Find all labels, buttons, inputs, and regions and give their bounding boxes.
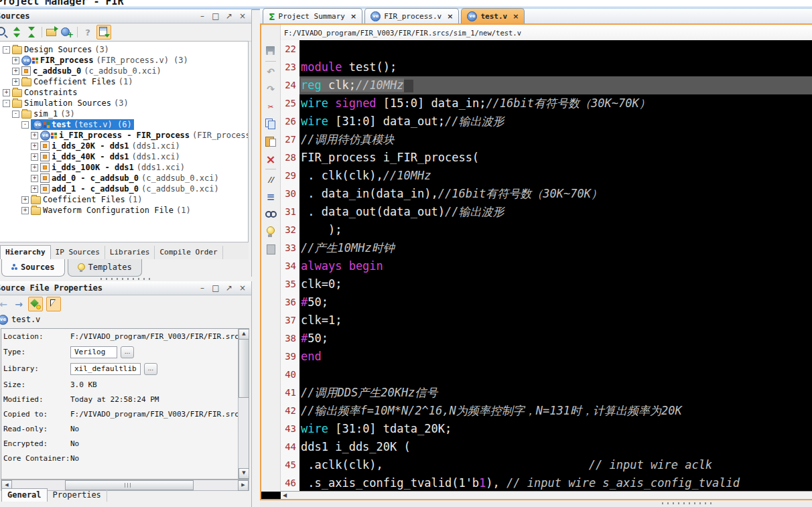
float-icon[interactable]: ↗ bbox=[224, 11, 234, 21]
tree-item[interactable]: +i_dds_40K - dds1(dds1.xci) bbox=[0, 151, 248, 162]
editor-tab-fir-process-v[interactable]: veFIR_process.v× bbox=[364, 8, 459, 24]
align-icon[interactable] bbox=[264, 190, 277, 204]
tree-item[interactable]: +c_addsub_0(c_addsub_0.xci) bbox=[0, 66, 248, 76]
expand-plus-icon[interactable]: + bbox=[31, 153, 38, 161]
forward-arrow-icon[interactable] bbox=[13, 298, 25, 310]
open-folder-icon[interactable] bbox=[46, 26, 58, 38]
close-icon[interactable]: × bbox=[350, 12, 356, 21]
expand-plus-icon[interactable]: + bbox=[31, 164, 38, 171]
help-icon[interactable] bbox=[82, 26, 94, 38]
collapse-minus-icon[interactable]: - bbox=[3, 46, 10, 54]
undo-icon[interactable] bbox=[264, 65, 277, 78]
sources-tree[interactable]: -Design Sources(3)+veFIR_process(FIR_pro… bbox=[0, 41, 249, 242]
code-line[interactable]: clk=0; bbox=[299, 275, 812, 293]
tree-item[interactable]: +i_dds_100K - dds1(dds1.xci) bbox=[0, 162, 248, 173]
code-line[interactable]: . clk(clk),//10MHz bbox=[299, 167, 812, 185]
maximize-icon[interactable]: □ bbox=[211, 283, 220, 293]
code-line[interactable]: //输出频率f=10M*N/2^16,N为频率控制字，N=131时，计算出频率为… bbox=[299, 402, 812, 420]
property-value-input[interactable]: xil_defaultlib bbox=[70, 363, 141, 375]
expand-plus-icon[interactable]: + bbox=[31, 186, 38, 193]
code-line[interactable]: //调用待仿真模块 bbox=[299, 131, 812, 149]
view-tab-hierarchy[interactable]: Hierarchy bbox=[0, 245, 51, 259]
tab-properties[interactable]: Properties bbox=[48, 489, 107, 502]
code-line[interactable] bbox=[299, 40, 812, 58]
expand-plus-icon[interactable]: + bbox=[31, 132, 38, 139]
selected-tool-highlight[interactable] bbox=[96, 25, 111, 40]
code-line[interactable]: .aclk(clk), // input wire aclk bbox=[299, 456, 812, 474]
code-line[interactable]: module test(); bbox=[299, 58, 812, 76]
minimize-icon[interactable]: – bbox=[198, 11, 207, 21]
close-icon[interactable]: × bbox=[238, 11, 247, 21]
code-line[interactable]: . data_in(data_in),//16bit有符号数（30K~70K） bbox=[299, 185, 812, 203]
expand-plus-icon[interactable]: + bbox=[21, 196, 29, 204]
code-area[interactable]: module test();reg clk;//10MHzwire signed… bbox=[299, 40, 812, 492]
code-line[interactable]: wire [31:0] tdata_20K; bbox=[299, 420, 812, 438]
expand-plus-icon[interactable]: + bbox=[21, 207, 29, 214]
sources-panel-header[interactable]: Sources –□↗× bbox=[0, 9, 251, 23]
close-icon[interactable]: × bbox=[238, 283, 247, 293]
expand-plus-icon[interactable]: + bbox=[12, 78, 19, 86]
code-line[interactable]: //产生10MHz时钟 bbox=[299, 239, 812, 257]
tree-item[interactable]: +add_0 - c_addsub_0(c_addsub_0.xci) bbox=[0, 173, 248, 184]
tree-item[interactable]: -sim_1(3) bbox=[0, 108, 248, 119]
save-icon[interactable] bbox=[264, 44, 277, 58]
tree-item[interactable]: +Coefficient Files(1) bbox=[0, 194, 248, 205]
select-cursor-icon[interactable] bbox=[48, 298, 60, 310]
code-line[interactable]: #50; bbox=[299, 293, 812, 311]
scroll-down-icon[interactable]: ▼ bbox=[239, 468, 249, 479]
code-line[interactable]: dds1 i_dds_20K ( bbox=[299, 438, 812, 456]
collapse-minus-icon[interactable]: - bbox=[12, 111, 19, 118]
editor-tab-test-v[interactable]: vetest.v× bbox=[461, 8, 525, 24]
tree-item[interactable]: +i_dds_20K - dds1(dds1.xci) bbox=[0, 141, 248, 151]
close-icon[interactable]: × bbox=[447, 12, 453, 21]
tree-item[interactable]: +vei_FIR_process - FIR_process(FIR_proce… bbox=[0, 130, 248, 141]
code-line[interactable]: always begin bbox=[299, 257, 812, 275]
scroll-right-icon[interactable]: ▶ bbox=[238, 480, 249, 491]
code-line[interactable]: wire signed [15:0] data_in;//16bit有符号数（3… bbox=[299, 94, 812, 113]
minimize-icon[interactable]: – bbox=[198, 283, 207, 293]
delete-icon[interactable] bbox=[264, 152, 277, 165]
code-line[interactable]: wire [31:0] data_out;//输出波形 bbox=[299, 113, 812, 131]
panel-splitter-handle[interactable] bbox=[100, 278, 150, 280]
readonly-icon[interactable] bbox=[264, 242, 277, 256]
scroll-left-icon[interactable]: ◀ bbox=[283, 492, 287, 498]
close-icon[interactable]: × bbox=[513, 12, 519, 21]
selected-tool-highlight[interactable] bbox=[46, 297, 61, 311]
ellipsis-button[interactable]: ... bbox=[121, 346, 134, 358]
code-line[interactable]: . data_out(data_out)//输出波形 bbox=[299, 203, 812, 221]
code-line[interactable]: FIR_process i_FIR_process( bbox=[299, 149, 812, 167]
tree-item[interactable]: +veFIR_process(FIR_process.v) (3) bbox=[0, 55, 248, 66]
collapse-minus-icon[interactable]: - bbox=[21, 121, 29, 129]
view-tab-ip-sources[interactable]: IP Sources bbox=[51, 246, 105, 259]
view-tab-compile-order[interactable]: Compile Order bbox=[155, 246, 222, 259]
tree-item[interactable]: +Waveform Configuration File(1) bbox=[0, 205, 248, 216]
selected-tool-highlight[interactable] bbox=[28, 297, 43, 311]
code-line[interactable]: ); bbox=[299, 221, 812, 239]
tab-templates[interactable]: Templates bbox=[68, 259, 142, 277]
code-line[interactable]: reg clk;//10MHz bbox=[299, 76, 812, 94]
editor-splitter-handle[interactable] bbox=[662, 502, 712, 504]
tab-general[interactable]: General bbox=[1, 488, 48, 502]
code-line[interactable]: #50; bbox=[299, 330, 812, 348]
properties-vertical-scrollbar[interactable]: ▲ ▼ bbox=[238, 329, 249, 479]
code-line[interactable]: //调用DDS产生20KHz信号 bbox=[299, 384, 812, 402]
properties-panel-header[interactable]: Source File Properties –□↗× bbox=[0, 281, 251, 295]
maximize-icon[interactable]: □ bbox=[211, 11, 220, 21]
back-arrow-icon[interactable] bbox=[0, 298, 9, 310]
code-line[interactable]: end bbox=[299, 348, 812, 366]
expand-all-icon[interactable] bbox=[11, 26, 23, 38]
cut-icon[interactable] bbox=[264, 100, 277, 113]
expand-plus-icon[interactable]: + bbox=[3, 89, 10, 96]
tree-item[interactable]: -vetest(test.v) (6) bbox=[0, 119, 248, 130]
tree-item[interactable]: -Simulation Sources(3) bbox=[0, 98, 248, 108]
find-icon[interactable] bbox=[264, 208, 277, 221]
scroll-to-icon[interactable] bbox=[98, 26, 110, 38]
tab-sources[interactable]: Sources bbox=[1, 259, 65, 277]
code-line[interactable] bbox=[299, 366, 812, 384]
tree-selected-row[interactable]: vetest(test.v) (6) bbox=[31, 119, 134, 130]
comment-icon[interactable] bbox=[264, 173, 277, 186]
code-line[interactable]: clk=1; bbox=[299, 311, 812, 330]
lightbulb-icon[interactable] bbox=[264, 225, 277, 238]
editor-tab-project-summary[interactable]: ΣProject Summary× bbox=[263, 8, 362, 24]
ellipsis-button[interactable]: ... bbox=[144, 363, 157, 375]
